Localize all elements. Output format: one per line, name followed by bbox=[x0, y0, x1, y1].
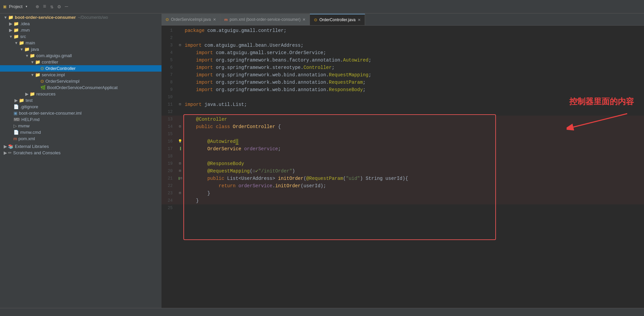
fold-icon[interactable]: ⊟ bbox=[179, 167, 181, 175]
code-line-10: 10 bbox=[162, 93, 644, 101]
line-content: @Autowired│ bbox=[183, 138, 644, 145]
line-number: 19 bbox=[162, 160, 177, 167]
editor-area: ⊙ OrderServiceImpl.java ✕ m pom.xml (boo… bbox=[162, 13, 644, 308]
code-line-9: 9 import org.springframework.web.bind.an… bbox=[162, 86, 644, 93]
line-number: 21 bbox=[162, 175, 177, 182]
sidebar-item-scratches[interactable]: ▶ ✏ Scratches and Consoles bbox=[0, 150, 162, 156]
tab-order-service-impl[interactable]: ⊙ OrderServiceImpl.java ✕ bbox=[162, 14, 220, 25]
navigate-icon[interactable]: ⊕ bbox=[36, 3, 39, 10]
line-gutter: ⊟ bbox=[177, 101, 183, 108]
main-layout: ▾ 📁 boot-order-service-consumer ~/Docume… bbox=[0, 13, 644, 308]
sidebar-item-resources[interactable]: ▶ 📁 resources bbox=[0, 91, 162, 97]
gitignore-icon: 📄 bbox=[13, 104, 19, 109]
line-number: 20 bbox=[162, 167, 177, 175]
line-content: import org.springframework.web.bind.anno… bbox=[183, 71, 644, 79]
tab-java-icon: ⊙ bbox=[166, 17, 169, 22]
sidebar-item-src[interactable]: ▾ 📁 src bbox=[0, 33, 162, 40]
sidebar-item-service-impl[interactable]: ▾ 📁 service.impl bbox=[0, 72, 162, 78]
arrow-icon: ▶ bbox=[3, 144, 8, 149]
sidebar-item-pom[interactable]: m pom.xml bbox=[0, 135, 162, 142]
sidebar-item-mvn[interactable]: ▶ 📁 .mvn bbox=[0, 27, 162, 33]
fold-icon[interactable]: ⊟ bbox=[179, 42, 181, 49]
line-content: @ResponseBody bbox=[183, 160, 644, 167]
sidebar-item-iml[interactable]: ▣ boot-order-service-consumer.iml bbox=[0, 110, 162, 116]
code-line-2: 2 bbox=[162, 34, 644, 42]
line-number: 2 bbox=[162, 34, 177, 42]
code-line-24: 24 } bbox=[162, 197, 644, 204]
line-content: import java.util.List; bbox=[183, 101, 644, 108]
layout-icon[interactable]: ≡ bbox=[43, 4, 46, 10]
sidebar-item-test[interactable]: ▶ 📁 test bbox=[0, 97, 162, 104]
line-number: 1 bbox=[162, 27, 177, 34]
sidebar-item-contrlller[interactable]: ▾ 📁 contrlller bbox=[0, 59, 162, 65]
project-folder-icon: ▣ bbox=[3, 4, 6, 9]
fold-icon[interactable]: ⊟ bbox=[180, 175, 182, 182]
line-number: 17 bbox=[162, 145, 177, 153]
fold-icon[interactable]: ⊟ bbox=[179, 190, 181, 197]
tab-close-icon[interactable]: ✕ bbox=[302, 17, 306, 22]
sidebar-item-mvnw-cmd[interactable]: 📄 mvnw.cmd bbox=[0, 129, 162, 135]
sidebar-item-order-controller[interactable]: ⊙ OrderController bbox=[0, 65, 162, 72]
folder-icon: 📁 bbox=[8, 15, 13, 20]
status-bar bbox=[0, 308, 644, 316]
code-line-8: 8 import org.springframework.web.bind.an… bbox=[162, 79, 644, 86]
sidebar-item-mvnw[interactable]: ▷ mvnw bbox=[0, 123, 162, 129]
code-editor[interactable]: 1 package com.atguigu.gmall.contrller; 2… bbox=[162, 26, 644, 308]
folder-icon: 📁 bbox=[24, 47, 30, 52]
line-number: 14 bbox=[162, 123, 177, 130]
line-content: import org.springframework.web.bind.anno… bbox=[183, 86, 644, 93]
tab-label-pom: pom.xml (boot-order-service-consumer) bbox=[230, 17, 301, 22]
line-number: 18 bbox=[162, 153, 177, 160]
tab-xml-icon: m bbox=[224, 17, 228, 22]
root-label: boot-order-service-consumer bbox=[15, 15, 76, 20]
code-line-19: 19 ⊟ @ResponseBody bbox=[162, 160, 644, 167]
minimize-icon[interactable]: — bbox=[65, 4, 68, 10]
sidebar-item-help[interactable]: MD HELP.md bbox=[0, 116, 162, 123]
warn-icon: 💡 bbox=[178, 138, 182, 145]
root-path: ~/Documents/wo bbox=[78, 15, 108, 20]
sidebar-item-external-libraries[interactable]: ▶ 📚 External Libraries bbox=[0, 143, 162, 150]
tab-java-icon: ⊙ bbox=[314, 17, 317, 22]
arrow-icon: ▾ bbox=[3, 15, 8, 20]
sidebar-item-order-service-impl[interactable]: ⊙ OrderServiceImpl bbox=[0, 78, 162, 84]
line-gutter: ⊟ bbox=[177, 123, 183, 130]
line-number: 11 bbox=[162, 101, 177, 108]
tab-order-controller[interactable]: ⊙ OrderController.java ✕ bbox=[310, 14, 365, 25]
sidebar-item-java[interactable]: ▾ 📁 java bbox=[0, 46, 162, 52]
arrow-icon: ▾ bbox=[13, 40, 19, 45]
md-icon: MD bbox=[13, 118, 20, 121]
sidebar-item-com[interactable]: ▾ 📁 com.atguigu.gmall bbox=[0, 52, 162, 59]
scratches-label: Scratches and Consoles bbox=[13, 150, 61, 155]
sort-icon[interactable]: ⇅ bbox=[50, 3, 53, 10]
xml-icon: m bbox=[13, 136, 17, 141]
line-number: 8 bbox=[162, 79, 177, 86]
line-number: 13 bbox=[162, 116, 177, 123]
code-line-4: 4 import com.atguigu.gmall.service.Order… bbox=[162, 49, 644, 56]
tab-close-icon[interactable]: ✕ bbox=[213, 17, 216, 22]
sidebar-item-main[interactable]: ▾ 📁 main bbox=[0, 40, 162, 46]
project-title[interactable]: Project bbox=[9, 4, 22, 9]
fold-icon[interactable]: ⊟ bbox=[179, 160, 181, 167]
settings-icon[interactable]: ⚙ bbox=[58, 3, 61, 10]
line-content: public List<UserAddress> initOrder(@Requ… bbox=[183, 175, 644, 182]
project-dropdown-icon[interactable]: ▾ bbox=[25, 4, 28, 9]
fold-open-icon[interactable]: ⊟ bbox=[179, 123, 181, 130]
sidebar-item-root[interactable]: ▾ 📁 boot-order-service-consumer ~/Docume… bbox=[0, 14, 162, 21]
code-line-14: 14 ⊟ public class OrderController { bbox=[162, 123, 644, 130]
line-content: import org.springframework.web.bind.anno… bbox=[183, 79, 644, 86]
tab-close-icon[interactable]: ✕ bbox=[358, 18, 361, 22]
sidebar-item-boot-app[interactable]: 🌿 BootOrderServiceConsumerApplicat bbox=[0, 84, 162, 91]
tab-pom-xml[interactable]: m pom.xml (boot-order-service-consumer) … bbox=[220, 14, 310, 25]
arrow-icon: ▶ bbox=[8, 21, 13, 26]
arrow-icon: ▶ bbox=[3, 150, 8, 155]
sidebar-item-idea[interactable]: ▶ 📁 .idea bbox=[0, 21, 162, 27]
sidebar: ▾ 📁 boot-order-service-consumer ~/Docume… bbox=[0, 13, 162, 308]
line-number: 23 bbox=[162, 190, 177, 197]
code-line-25: 25 bbox=[162, 204, 644, 212]
line-number: 3 bbox=[162, 42, 177, 49]
fold-icon[interactable]: ⊟ bbox=[179, 101, 181, 108]
code-line-5: 5 import org.springframework.beans.facto… bbox=[162, 56, 644, 64]
code-line-18: 18 bbox=[162, 153, 644, 160]
sidebar-item-gitignore[interactable]: 📄 .gitignore bbox=[0, 104, 162, 110]
line-gutter: ⊟ bbox=[177, 190, 183, 197]
